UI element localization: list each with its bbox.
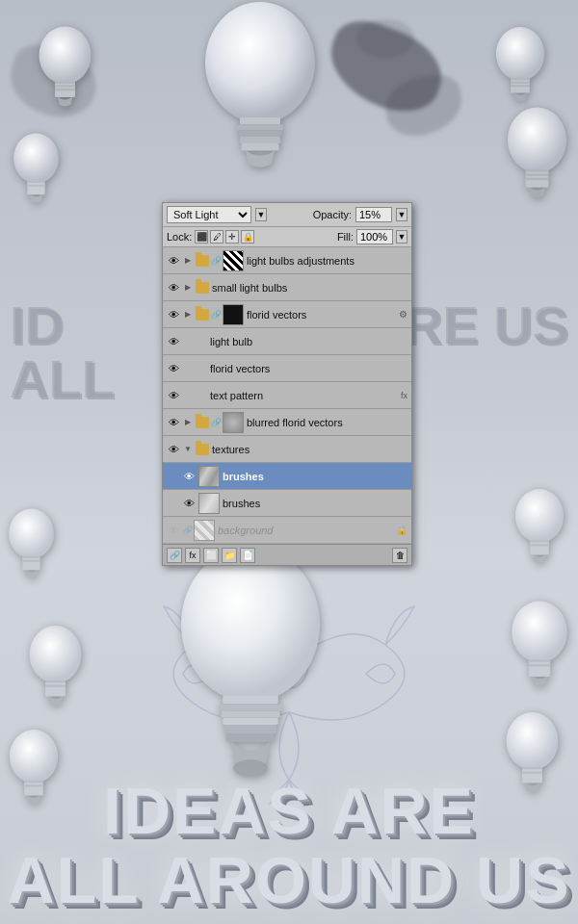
svg-point-46 bbox=[515, 489, 564, 543]
corner-text-right: RE US bbox=[404, 298, 568, 352]
chain-icon: 🔗 bbox=[212, 416, 220, 429]
fill-input[interactable] bbox=[356, 229, 393, 244]
svg-rect-5 bbox=[240, 137, 280, 144]
chain-icon: 🔗 bbox=[212, 254, 220, 268]
svg-point-21 bbox=[508, 108, 566, 173]
layer-expand-toggle[interactable]: ▶ bbox=[183, 418, 193, 427]
chain-icon: 🔗 bbox=[183, 524, 191, 537]
layer-row[interactable]: 👁 brushes bbox=[163, 490, 411, 517]
opacity-arrow[interactable]: ▼ bbox=[396, 208, 407, 221]
corner-text-left: ID ALL bbox=[10, 298, 115, 406]
layer-visibility-toggle[interactable]: 👁 bbox=[167, 254, 180, 268]
layer-visibility-toggle[interactable]: 👁 bbox=[167, 335, 180, 348]
svg-rect-48 bbox=[530, 540, 549, 542]
layer-name: text pattern bbox=[183, 390, 396, 401]
folder-icon bbox=[196, 255, 209, 267]
layer-visibility-toggle[interactable]: 👁 bbox=[167, 362, 180, 375]
svg-rect-40 bbox=[45, 680, 66, 682]
photoshop-layers-panel: Soft Light ▼ Opacity: ▼ Lock: ⬛ 🖊 ✛ 🔒 Fi… bbox=[162, 202, 412, 566]
fill-arrow[interactable]: ▼ bbox=[396, 230, 407, 244]
big-bottom-text: IDEAS ARE ALL AROUND US bbox=[0, 777, 578, 914]
ink-splatter-3 bbox=[356, 19, 414, 58]
layer-row[interactable]: 👁 light bulb bbox=[163, 328, 411, 355]
layer-expand-toggle[interactable]: ▼ bbox=[183, 445, 193, 454]
svg-point-42 bbox=[10, 730, 58, 783]
svg-rect-15 bbox=[511, 82, 530, 84]
svg-rect-4 bbox=[239, 131, 282, 137]
layer-visibility-toggle[interactable]: 👁 bbox=[167, 308, 180, 321]
bulb-bottom-right-1 bbox=[506, 481, 573, 581]
bulb-mid-left bbox=[5, 125, 67, 220]
svg-rect-27 bbox=[223, 695, 278, 704]
svg-rect-6 bbox=[242, 143, 279, 151]
layer-thumbnail bbox=[198, 466, 220, 487]
delete-layer-button[interactable]: 🗑 bbox=[392, 548, 407, 563]
svg-rect-29 bbox=[221, 711, 279, 718]
svg-rect-36 bbox=[22, 556, 39, 558]
layer-thumbnail bbox=[223, 250, 244, 271]
layer-row[interactable]: 👁 brushes bbox=[163, 463, 411, 490]
layer-visibility-toggle[interactable]: 👁 bbox=[182, 470, 196, 483]
bulb-bottom-right-2 bbox=[501, 592, 578, 706]
link-layers-button[interactable]: 🔗 bbox=[167, 548, 182, 563]
layer-visibility-toggle[interactable]: 👁 bbox=[167, 416, 180, 429]
svg-point-26 bbox=[181, 547, 320, 703]
bulb-center-bottom bbox=[164, 534, 337, 798]
svg-rect-39 bbox=[45, 680, 66, 697]
svg-rect-19 bbox=[27, 181, 44, 183]
layer-lock-badge: 🔒 bbox=[396, 525, 407, 535]
lock-pixels-icon[interactable]: ⬛ bbox=[195, 230, 208, 244]
add-mask-button[interactable]: ⬜ bbox=[203, 548, 219, 563]
layer-expand-toggle[interactable]: ▶ bbox=[183, 310, 193, 320]
folder-icon bbox=[196, 282, 209, 294]
svg-point-1 bbox=[205, 2, 315, 123]
bulb-top-left bbox=[29, 19, 101, 124]
layer-visibility-toggle[interactable]: 👁 bbox=[167, 281, 180, 295]
layer-row[interactable]: 👁 ▶ 🔗 light bulbs adjustments bbox=[163, 247, 411, 274]
bulb-center-top bbox=[188, 0, 332, 196]
layer-row[interactable]: 👁 text pattern fx bbox=[163, 382, 411, 409]
svg-rect-32 bbox=[226, 733, 275, 742]
layer-row[interactable]: 👁 ▶ 🔗 blurred florid vectors bbox=[163, 409, 411, 436]
layer-visibility-toggle[interactable]: 👁 bbox=[167, 443, 180, 456]
layer-row[interactable]: 👁 ▼ textures bbox=[163, 436, 411, 463]
layer-options-icon[interactable]: ⚙ bbox=[399, 309, 407, 320]
svg-rect-31 bbox=[224, 725, 276, 733]
svg-rect-41 bbox=[45, 685, 66, 687]
new-layer-button[interactable]: 📄 bbox=[240, 548, 255, 563]
folder-icon bbox=[196, 417, 209, 428]
svg-rect-24 bbox=[526, 173, 549, 176]
opacity-input[interactable] bbox=[355, 207, 392, 222]
layer-row[interactable]: 👁 ▶ 🔗 florid vectors ⚙ bbox=[163, 301, 411, 328]
layer-row[interactable]: 👁 ▶ small light bulbs bbox=[163, 274, 411, 301]
layer-visibility-toggle[interactable]: 👁 bbox=[167, 389, 180, 402]
layer-name: florid vectors bbox=[183, 363, 407, 374]
svg-rect-18 bbox=[27, 181, 44, 194]
layer-thumbnail bbox=[223, 304, 244, 325]
layer-row[interactable]: 👁 florid vectors bbox=[163, 355, 411, 382]
blend-opacity-row: Soft Light ▼ Opacity: ▼ bbox=[163, 203, 411, 227]
fx-badge: fx bbox=[401, 391, 407, 400]
add-style-button[interactable]: fx bbox=[185, 548, 200, 563]
lock-icons-group: ⬛ 🖊 ✛ 🔒 bbox=[195, 230, 254, 244]
chain-icon: 🔗 bbox=[212, 308, 220, 321]
svg-point-7 bbox=[39, 27, 92, 85]
svg-point-12 bbox=[496, 27, 544, 81]
new-group-button[interactable]: 📁 bbox=[222, 548, 237, 563]
layer-name: textures bbox=[212, 444, 407, 455]
layer-expand-toggle[interactable]: ▶ bbox=[183, 256, 193, 266]
layer-visibility-toggle[interactable]: 👁 bbox=[167, 524, 180, 537]
layer-row[interactable]: 👁 🔗 background 🔒 bbox=[163, 517, 411, 544]
layer-name: brushes bbox=[223, 471, 407, 482]
layer-visibility-toggle[interactable]: 👁 bbox=[182, 497, 196, 510]
svg-point-17 bbox=[13, 134, 59, 184]
blend-mode-arrow[interactable]: ▼ bbox=[255, 208, 267, 221]
blend-mode-select[interactable]: Soft Light bbox=[167, 206, 251, 223]
svg-rect-53 bbox=[529, 664, 550, 666]
svg-rect-23 bbox=[526, 169, 549, 172]
lock-brush-icon[interactable]: 🖊 bbox=[210, 230, 223, 244]
layer-expand-toggle[interactable]: ▶ bbox=[183, 283, 193, 293]
lock-move-icon[interactable]: ✛ bbox=[225, 230, 239, 244]
lock-all-icon[interactable]: 🔒 bbox=[241, 230, 254, 244]
svg-rect-49 bbox=[530, 544, 549, 546]
